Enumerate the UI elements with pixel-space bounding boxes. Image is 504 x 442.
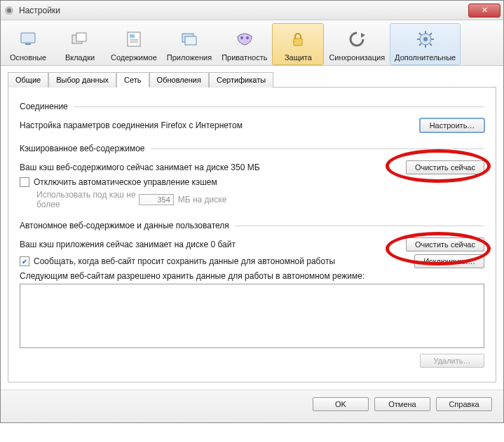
tb-apps[interactable]: Приложения — [162, 23, 217, 65]
sync-icon — [346, 28, 368, 50]
subtab-certificates[interactable]: Сертификаты — [209, 72, 273, 88]
tb-label: Дополнительные — [395, 53, 456, 62]
svg-point-1 — [7, 8, 11, 13]
clear-cache-button[interactable]: Очистить сейчас — [406, 160, 484, 174]
tabs-icon — [69, 28, 91, 50]
subtab-network[interactable]: Сеть — [116, 72, 149, 88]
tb-label: Вкладки — [65, 53, 95, 62]
monitor-icon — [17, 28, 39, 50]
subtabs: Общие Выбор данных Сеть Обновления Серти… — [8, 71, 496, 88]
cache-limit-label: Использовать под кэш не более — [20, 190, 139, 209]
svg-rect-5 — [76, 33, 86, 41]
section-connection-title: Соединение — [20, 102, 484, 111]
exceptions-button[interactable]: Исключения… — [414, 254, 484, 268]
notify-offline-checkbox[interactable]: ✔ — [20, 256, 29, 266]
tb-label: Приложения — [167, 53, 212, 62]
window-title: Настройки — [19, 6, 468, 15]
svg-rect-14 — [294, 39, 302, 46]
delete-site-button[interactable]: Удалить… — [420, 354, 484, 368]
svg-line-24 — [430, 33, 432, 35]
svg-rect-7 — [130, 34, 135, 38]
notify-offline-label: Сообщать, когда веб-сайт просит сохранит… — [34, 256, 414, 266]
apps-icon — [178, 28, 200, 50]
disable-auto-cache-checkbox[interactable] — [20, 177, 29, 187]
svg-rect-2 — [21, 33, 35, 43]
tb-label: Содержимое — [111, 53, 157, 62]
svg-rect-11 — [185, 36, 196, 45]
svg-point-17 — [423, 37, 428, 41]
app-icon — [4, 5, 15, 16]
mask-icon — [233, 28, 256, 50]
close-button[interactable]: ✕ — [468, 4, 500, 18]
tb-label: Защита — [285, 53, 312, 62]
main-toolbar: Основные Вкладки Содержимое Приложения П… — [1, 20, 503, 66]
lock-icon — [287, 28, 309, 50]
connection-text: Настройка параметров соединения Firefox … — [20, 120, 420, 130]
network-panel: Соединение Настройка параметров соединен… — [8, 88, 496, 382]
svg-point-13 — [246, 36, 249, 39]
allowed-sites-label: Следующим веб-сайтам разрешено хранить д… — [20, 271, 484, 281]
tb-tabs[interactable]: Вкладки — [54, 23, 106, 65]
tb-label: Синхронизация — [329, 53, 385, 62]
cancel-button[interactable]: Отмена — [374, 397, 430, 411]
help-button[interactable]: Справка — [436, 397, 492, 411]
ok-button[interactable]: OK — [313, 397, 369, 411]
svg-marker-15 — [361, 33, 365, 38]
configure-connection-button[interactable]: Настроить… — [420, 118, 484, 132]
svg-line-25 — [419, 43, 421, 46]
svg-rect-3 — [25, 43, 31, 45]
clear-offline-button[interactable]: Очистить сейчас — [406, 237, 484, 251]
svg-line-23 — [430, 43, 432, 46]
tb-content[interactable]: Содержимое — [106, 23, 162, 65]
tb-general[interactable]: Основные — [2, 23, 54, 65]
offline-size-text: Ваш кэш приложения сейчас занимает на ди… — [20, 240, 406, 249]
subtab-general[interactable]: Общие — [8, 72, 48, 88]
subtab-updates[interactable]: Обновления — [149, 72, 209, 88]
subtab-data-choice[interactable]: Выбор данных — [48, 72, 116, 88]
dialog-footer: OK Отмена Справка — [1, 389, 503, 422]
cache-limit-suffix: МБ на диске — [178, 195, 484, 205]
tb-label: Приватность — [222, 53, 267, 62]
tb-advanced[interactable]: Дополнительные — [390, 23, 461, 65]
tb-sync[interactable]: Синхронизация — [324, 23, 390, 65]
content-icon — [123, 28, 145, 50]
allowed-sites-list[interactable] — [20, 284, 484, 348]
cache-limit-input[interactable] — [139, 194, 174, 205]
gear-icon — [414, 28, 437, 50]
content-area: Общие Выбор данных Сеть Обновления Серти… — [1, 66, 503, 389]
svg-point-12 — [240, 36, 243, 39]
close-icon: ✕ — [482, 6, 488, 15]
tb-privacy[interactable]: Приватность — [217, 23, 272, 65]
disable-auto-cache-label: Отключить автоматическое управление кэше… — [34, 177, 484, 187]
tb-label: Основные — [10, 53, 46, 62]
section-offline-title: Автономное веб-содержимое и данные польз… — [20, 221, 484, 230]
settings-window: Настройки ✕ Основные Вкладки Содержимое … — [0, 0, 504, 423]
section-cache-title: Кэшированное веб-содержимое — [20, 144, 484, 153]
cache-size-text: Ваш кэш веб-содержимого сейчас занимает … — [20, 163, 406, 172]
tb-security[interactable]: Защита — [272, 23, 324, 65]
titlebar: Настройки ✕ — [1, 1, 503, 20]
cache-limit-prefix: Использовать под кэш не более — [36, 190, 136, 209]
svg-line-22 — [419, 33, 421, 35]
